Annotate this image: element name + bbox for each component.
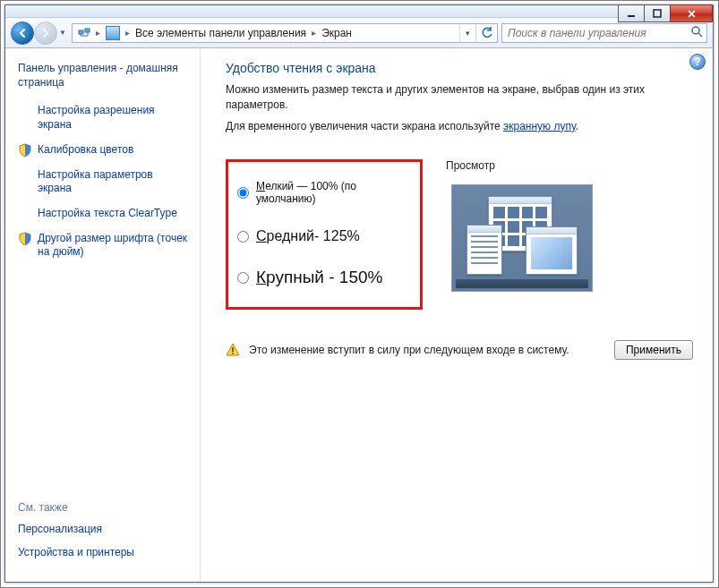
- radio-medium[interactable]: [237, 231, 249, 243]
- search-input[interactable]: [506, 26, 687, 40]
- svg-point-4: [692, 27, 699, 34]
- maximize-button[interactable]: [644, 4, 671, 22]
- title-bar[interactable]: [5, 5, 713, 18]
- help-button[interactable]: ?: [689, 54, 706, 70]
- preview-header: Просмотр: [446, 159, 693, 172]
- notice-bar: Это изменение вступит в силу при следующ…: [226, 340, 693, 360]
- task-link[interactable]: Калибровка цветов: [38, 143, 133, 158]
- nav-history: ▼: [11, 21, 68, 45]
- radio-large[interactable]: [237, 272, 249, 284]
- option-large-label: Крупный - 150%: [256, 268, 382, 287]
- spacer-icon: [18, 207, 32, 221]
- see-also-link[interactable]: Устройства и принтеры: [18, 546, 189, 558]
- option-medium[interactable]: Средний- 125%: [237, 228, 404, 244]
- magnifier-link[interactable]: экранную лупу: [503, 120, 576, 132]
- back-button[interactable]: [11, 21, 34, 45]
- spacer-icon: [18, 168, 32, 183]
- breadcrumb-root[interactable]: Все элементы панели управления: [135, 27, 306, 39]
- preview-window-text: [466, 225, 502, 275]
- search-box[interactable]: [501, 23, 707, 43]
- nav-history-dropdown[interactable]: ▼: [57, 29, 68, 37]
- lead-text-1: Можно изменить размер текста и других эл…: [226, 82, 693, 114]
- option-small-label: Мелкий — 100% (по умолчанию): [256, 180, 404, 205]
- svg-rect-0: [628, 15, 635, 17]
- desktop-backdrop: ▼ ▸ ▸ Все элементы панели управления ▸ Э…: [0, 0, 719, 588]
- see-also-header: См. также: [18, 501, 189, 514]
- breadcrumb-sep-icon: ▸: [94, 28, 102, 38]
- apply-button[interactable]: Применить: [614, 340, 693, 360]
- address-bar[interactable]: ▸ ▸ Все элементы панели управления ▸ Экр…: [72, 23, 498, 43]
- preview-column: Просмотр: [446, 159, 693, 292]
- lead-text-2: Для временного увеличения части экрана и…: [226, 119, 693, 134]
- task-item[interactable]: Настройка разрешения экрана: [18, 104, 189, 132]
- refresh-button[interactable]: [475, 24, 497, 42]
- svg-rect-3: [85, 29, 90, 32]
- address-dropdown[interactable]: ▾: [459, 24, 475, 42]
- svg-rect-7: [232, 353, 234, 354]
- dpi-options: Мелкий — 100% (по умолчанию) Средний- 12…: [226, 159, 423, 310]
- search-icon: [690, 25, 703, 40]
- notice-text: Это изменение вступит в силу при следующ…: [249, 344, 569, 356]
- page-title: Удобство чтения с экрана: [226, 61, 693, 75]
- task-item[interactable]: Настройка текста ClearType: [18, 207, 189, 221]
- minimize-button[interactable]: [618, 4, 645, 22]
- warning-icon: [226, 343, 240, 357]
- content-area: ? Удобство чтения с экрана Можно изменит…: [201, 48, 713, 582]
- control-panel-window: ▼ ▸ ▸ Все элементы панели управления ▸ Э…: [4, 4, 714, 583]
- task-item[interactable]: Калибровка цветов: [18, 143, 189, 158]
- preview-window-photo: [526, 226, 578, 275]
- control-panel-icon: [106, 26, 120, 40]
- window-controls: [619, 4, 713, 22]
- preview-image: [451, 184, 593, 292]
- see-also-link[interactable]: Персонализация: [18, 523, 189, 535]
- option-large[interactable]: Крупный - 150%: [237, 268, 404, 287]
- task-link[interactable]: Настройка параметров экрана: [38, 168, 189, 196]
- see-also: См. также Персонализация Устройства и пр…: [18, 501, 189, 569]
- svg-line-5: [698, 33, 702, 37]
- close-button[interactable]: [670, 4, 713, 22]
- shield-icon: [18, 143, 32, 158]
- network-icon: [78, 25, 90, 40]
- option-small[interactable]: Мелкий — 100% (по умолчанию): [237, 180, 404, 205]
- forward-button[interactable]: [34, 21, 57, 45]
- main-row: Мелкий — 100% (по умолчанию) Средний- 12…: [226, 159, 693, 310]
- spacer-icon: [18, 104, 32, 118]
- option-medium-label: Средний- 125%: [256, 228, 360, 244]
- task-list: Настройка разрешения экрана Калибровка ц…: [18, 104, 189, 270]
- task-link[interactable]: Настройка разрешения экрана: [38, 104, 189, 132]
- navigation-bar: ▼ ▸ ▸ Все элементы панели управления ▸ Э…: [5, 18, 713, 48]
- radio-small[interactable]: [237, 187, 249, 199]
- svg-rect-1: [654, 10, 661, 17]
- breadcrumb-sep-icon: ▸: [124, 28, 132, 38]
- task-link[interactable]: Другой размер шрифта (точек на дюйм): [38, 232, 189, 260]
- window-body: Панель управления - домашняя страница На…: [5, 48, 713, 582]
- task-link[interactable]: Настройка текста ClearType: [38, 207, 177, 221]
- task-item[interactable]: Настройка параметров экрана: [18, 168, 189, 196]
- control-panel-home-link[interactable]: Панель управления - домашняя страница: [18, 61, 189, 89]
- svg-rect-6: [232, 347, 234, 352]
- shield-icon: [18, 232, 32, 246]
- svg-rect-2: [79, 30, 83, 34]
- breadcrumb-leaf[interactable]: Экран: [321, 27, 352, 39]
- sidebar: Панель управления - домашняя страница На…: [5, 48, 201, 582]
- breadcrumb-sep-icon: ▸: [310, 28, 318, 38]
- task-item[interactable]: Другой размер шрифта (точек на дюйм): [18, 232, 189, 260]
